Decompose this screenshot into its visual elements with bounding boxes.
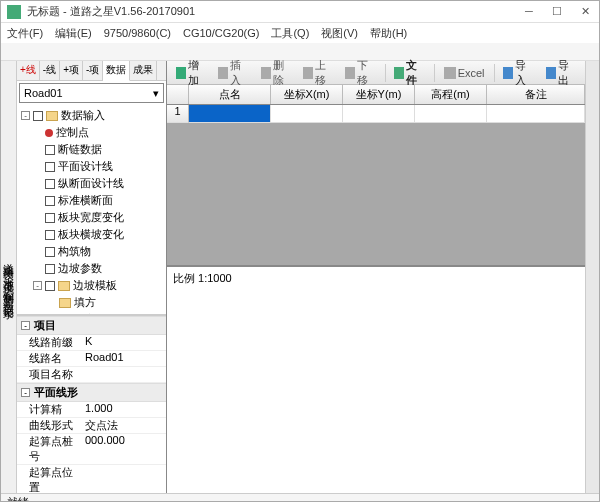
close-button[interactable]: ✕ [577,5,593,18]
table-row[interactable]: 1 [167,105,585,123]
menu-edit[interactable]: 编辑(E) [53,24,94,43]
tree-toggle-icon[interactable]: - [21,111,30,120]
prop-group-title: 平面线形 [34,385,78,400]
tree-node[interactable]: 平面设计线 [19,158,164,175]
menu-9750[interactable]: 9750/9860(C) [102,25,173,41]
tree-label: 板块宽度变化 [58,210,124,225]
toolbar-label: 导出 [558,58,576,88]
prop-value[interactable] [79,367,164,382]
prop-value[interactable]: K [79,335,164,350]
checkbox[interactable] [45,264,55,274]
checkbox[interactable] [45,196,55,206]
tab-additem[interactable]: +项 [60,61,83,80]
toolbar-label: 下移 [357,58,375,88]
checkbox[interactable] [45,230,55,240]
col-name[interactable]: 点名 [189,85,271,104]
menubar: 文件(F) 编辑(E) 9750/9860(C) CG10/CG20(G) 工具… [1,23,599,43]
prop-row[interactable]: 起算点位置 [17,465,166,493]
tree-toggle-icon[interactable]: - [33,281,42,290]
collapse-icon[interactable]: - [21,388,30,397]
property-grid: -项目线路前缀K线路名Road01项目名称-平面线形计算精1.000曲线形式交点… [17,315,166,493]
tree-node[interactable]: 纵断面设计线 [19,175,164,192]
tree-node[interactable]: 标准横断面 [19,192,164,209]
scrollbar-vertical[interactable] [585,61,599,493]
col-elev[interactable]: 高程(m) [415,85,487,104]
prop-value[interactable] [79,465,164,493]
cell[interactable] [271,105,343,123]
separator [434,64,435,82]
tree-node[interactable]: -边坡模板 [19,277,164,294]
toolbar-icon [394,67,404,79]
tab-removeline[interactable]: -线 [40,61,60,80]
scale-label: 比例 1:1000 [173,272,232,284]
checkbox[interactable] [45,162,55,172]
tree-node[interactable]: 板块宽度变化 [19,209,164,226]
prop-row[interactable]: 起算点桩号000.000 [17,434,166,465]
cell-selected[interactable] [189,105,271,123]
prop-value[interactable]: 000.000 [79,434,164,464]
tab-removeitem[interactable]: -项 [83,61,103,80]
maximize-button[interactable]: ☐ [549,5,565,18]
checkbox[interactable] [33,111,43,121]
col-y[interactable]: 坐标Y(m) [343,85,415,104]
checkbox[interactable] [45,145,55,155]
prop-group[interactable]: -项目 [17,316,166,335]
toolbar-icon [303,67,313,79]
road-select-value: Road01 [24,87,63,99]
row-number[interactable]: 1 [167,105,189,123]
prop-group[interactable]: -平面线形 [17,383,166,402]
tree-node[interactable]: 填方 [19,294,164,311]
prop-value[interactable]: 交点法 [79,418,164,433]
grid-corner[interactable] [167,85,189,104]
prop-value[interactable]: 1.000 [79,402,164,417]
tree-toggle-icon [33,196,42,205]
tree-node[interactable]: 控制点 [19,124,164,141]
cell[interactable] [415,105,487,123]
tab-result[interactable]: 成果 [130,61,157,80]
cell[interactable] [487,105,585,123]
tree-node[interactable]: -数据输入 [19,107,164,124]
menu-view[interactable]: 视图(V) [319,24,360,43]
vertical-tab[interactable]: 道路测设 水准记录 控制测量 数据记录 [1,61,17,493]
prop-row[interactable]: 线路名Road01 [17,351,166,367]
menu-cg10[interactable]: CG10/CG20(G) [181,25,261,41]
prop-key: 线路前缀 [19,335,79,350]
minimize-button[interactable]: ─ [521,5,537,18]
checkbox[interactable] [45,281,55,291]
col-remark[interactable]: 备注 [487,85,585,104]
checkbox[interactable] [45,179,55,189]
separator [494,64,495,82]
tree-label: 标准横断面 [58,193,113,208]
menu-tools[interactable]: 工具(Q) [269,24,311,43]
statusbar: 就绪 [1,493,599,502]
tree-node[interactable]: 构筑物 [19,243,164,260]
prop-key: 计算精 [19,402,79,417]
tab-addline[interactable]: +线 [17,61,40,80]
checkbox[interactable] [45,213,55,223]
road-select[interactable]: Road01 ▾ [19,83,164,103]
tree-node[interactable]: 板块横坡变化 [19,226,164,243]
tree-toggle-icon [33,264,42,273]
tree-node[interactable]: 边坡参数 [19,260,164,277]
prop-row[interactable]: 项目名称 [17,367,166,383]
prop-row[interactable]: 计算精1.000 [17,402,166,418]
collapse-icon[interactable]: - [21,321,30,330]
tree-node[interactable]: 断链数据 [19,141,164,158]
toolbar-icon [176,67,186,79]
folder-icon [59,298,71,308]
cell[interactable] [343,105,415,123]
tab-data[interactable]: 数据 [103,61,130,81]
tree-toggle-icon [33,230,42,239]
app-icon [7,5,21,19]
prop-value[interactable]: Road01 [79,351,164,366]
menu-help[interactable]: 帮助(H) [368,24,409,43]
toolbar-icon [218,67,228,79]
prop-key: 曲线形式 [19,418,79,433]
prop-row[interactable]: 曲线形式交点法 [17,418,166,434]
checkbox[interactable] [45,247,55,257]
col-x[interactable]: 坐标X(m) [271,85,343,104]
data-grid[interactable]: 点名 坐标X(m) 坐标Y(m) 高程(m) 备注 1 [167,85,585,265]
prop-row[interactable]: 线路前缀K [17,335,166,351]
window-title: 无标题 - 道路之星V1.56-20170901 [27,4,521,19]
menu-file[interactable]: 文件(F) [5,24,45,43]
